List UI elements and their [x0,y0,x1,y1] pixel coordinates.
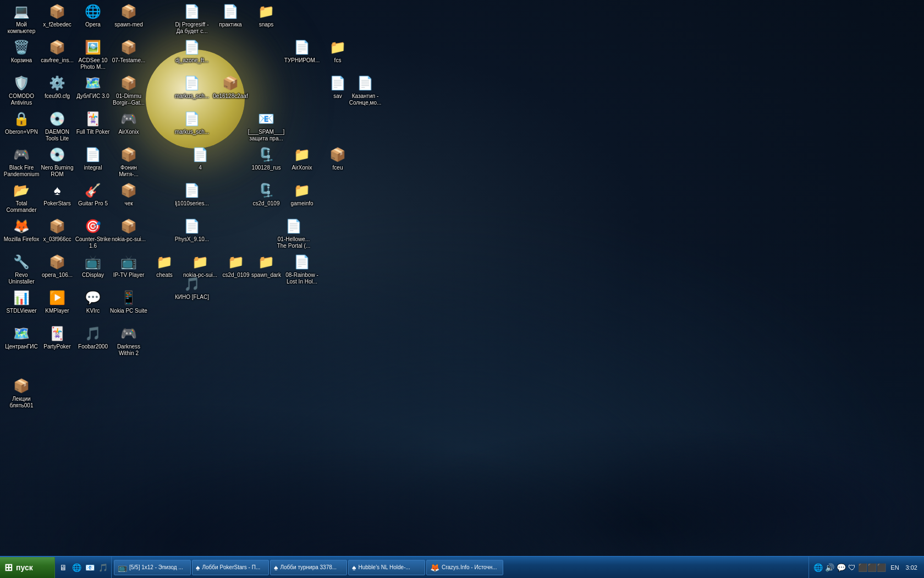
desktop-icon-spawn-med[interactable]: 📦spawn-med [110,3,147,28]
nero-burning-label: Nero Burning ROM [38,165,76,178]
desktop-icon-lj1010series[interactable]: 📄lj1010series... [173,182,211,207]
desktop-icon-01-dimmu[interactable]: 📦01-Dimmu Borgir--Gat... [110,74,147,106]
desktop-icon-guitar-pro-5[interactable]: 🎸Guitar Pro 5 [74,182,112,207]
desktop-icon-fcs[interactable]: 📁fcs [319,39,356,64]
desktop-icon-nokia-pc-suite[interactable]: 📱Nokia PC Suite [110,289,147,314]
desktop-icon-x_03f966cc[interactable]: 📦x_03f966cc [38,217,76,243]
desktop-icon-07-testame[interactable]: 📦07-Testame... [110,39,147,64]
start-button[interactable]: ⊞ пуск [0,557,55,578]
desktop-icon-daemon-tools[interactable]: 💿DAEMON Tools Lite [38,110,76,142]
desktop-icon-dublysgis[interactable]: 🗺️ДублГИС 3.0 [74,74,112,100]
desktop-icon-praktika[interactable]: 📄практика [212,3,249,28]
desktop-icon-lektsii[interactable]: 📦Лекции блять001 [3,377,40,409]
desktop-icon-markus_sch2[interactable]: 📄markus_sch... [173,110,211,135]
desktop-icon-num4[interactable]: 📄4 [182,146,219,171]
desktop-icon-darkness-within-2[interactable]: 🎮Darkness Within 2 [110,325,147,357]
desktop-icon-08-rainbow[interactable]: 📄08-Rainbow - Lost In Hol... [283,253,321,285]
taskbar-item-2[interactable]: ♠️Лобби турнира 3378... [270,560,347,575]
tray-sound-icon[interactable]: 🔊 [825,563,834,572]
black-fire-label: Black Fire Pandemonium [3,165,40,178]
taskbar-item-3[interactable]: ♠️Hubble's NL Holde-... [348,560,425,575]
desktop-icon-opera_106[interactable]: 📦opera_106... [38,253,76,279]
desktop-icon-nero-burning[interactable]: 💿Nero Burning ROM [38,146,76,178]
desktop-icon-markus_sch[interactable]: 📄markus_sch... [173,74,211,100]
desktop-icon-opera[interactable]: 🌐Opera [74,3,112,28]
desktop-icon-acdsee[interactable]: 🖼️ACDSee 10 Photo M... [74,39,112,70]
desktop-icon-dj-progresiff[interactable]: 📄Dj Progresiff - Да будет с... [173,3,211,35]
desktop-icon-kino-flac[interactable]: 🎵КИНО [FLAC] [173,275,211,301]
desktop-icon-pokerstars[interactable]: ♠️PokerStars [38,182,76,207]
desktop-icon-kmplayer[interactable]: ▶️KMPlayer [38,289,76,314]
desktop-icon-cs2d_0109[interactable]: 🗜️cs2d_0109 [248,182,285,207]
tray-network-icon[interactable]: 🌐 [813,563,823,572]
snaps-label: snaps [259,21,274,28]
dublysgis-label: ДублГИС 3.0 [76,93,109,100]
desktop-icon-my-computer[interactable]: 💻Мой компьютер [3,3,40,35]
desktop-icon-nokia-pc-sui[interactable]: 📦nokia-pc-sui... [110,217,147,243]
desktop-icon-cavfree_ins[interactable]: 📦cavfree_ins... [38,39,76,64]
desktop-icon-turnir[interactable]: 📄ТУРНИРОМ... [283,39,321,64]
desktop-icon-kazantip[interactable]: 📄Казантип - Солнце,мо... [346,74,384,106]
taskbar-item-1[interactable]: ♠️Лобби PokerStars - П... [192,560,269,575]
ql-show-desktop[interactable]: 🖥 [57,561,69,574]
desktop-icon-airxonix[interactable]: 🎮AirXonix [110,110,147,135]
praktika-icon: 📄 [222,3,239,20]
07-testame-icon: 📦 [120,39,138,56]
desktop-icon-counter-strike[interactable]: 🎯Counter-Strike 1.6 [74,217,112,249]
integral-icon: 📄 [84,146,102,163]
desktop-icon-black-fire[interactable]: 🎮Black Fire Pandemonium [3,146,40,178]
lj1010series-label: lj1010series... [175,200,209,207]
desktop-icon-fceu2[interactable]: 📦fceu [319,146,356,171]
tray-chat-icon[interactable]: 💬 [837,563,846,572]
desktop-icon-stdlviewer[interactable]: 📊STDLViewer [3,289,40,314]
taskbar-item-label-1: Лобби PokerStars - П... [202,564,260,570]
desktop-icon-mozilla-firefox[interactable]: 🦊Mozilla Firefox [3,217,40,243]
taskbar-item-4[interactable]: 🦊Crazys.Info - Источн... [426,560,503,575]
mozilla-firefox-icon: 🦊 [13,217,30,235]
desktop-icon-revo-uninstaller[interactable]: 🔧Revo Uninstaller [3,253,40,285]
desktop-icon-airxonix2[interactable]: 📁AirXonix [283,146,321,171]
desktop-icon-ip-tv-player[interactable]: 📺IP-TV Player [110,253,147,279]
foobar2000-icon: 🎵 [84,325,102,342]
desktop-icon-physx[interactable]: 📄PhysX_9.10... [173,217,211,243]
desktop-icon-100128_rus[interactable]: 🗜️100128_rus [248,146,285,171]
desktop-icon-chek[interactable]: 📦чек [110,182,147,207]
desktop-icon-x_f2ebedec[interactable]: 📦x_f2ebedec [38,3,76,28]
desktop-icon-cdisplay[interactable]: 📺CDisplay [74,253,112,279]
desktop-icon-snaps[interactable]: 📁snaps [248,3,285,28]
tray-antivirus-icon[interactable]: 🛡 [848,563,856,572]
dj-progresiff-icon: 📄 [183,3,201,20]
08-rainbow-icon: 📄 [293,253,311,271]
desktop-icon-total-commander[interactable]: 📂Total Commander [3,182,40,214]
desktop-icon-partypoker[interactable]: 🃏PartyPoker [38,325,76,350]
desktop-icon-spawn_dark[interactable]: 📁spawn_dark [248,253,285,279]
turnir-icon: 📄 [293,39,311,56]
desktop-icon-spam-zaschita[interactable]: 📧[___SPAM___] защита пра... [248,110,285,142]
tray-language[interactable]: EN [888,564,901,571]
ql-email[interactable]: 📧 [84,561,96,574]
desktop-icon-0e16128c2aaf[interactable]: 📦0e16128c2aaf [212,74,249,100]
desktop-icon-centralgis[interactable]: 🗺️ЦентранГИС [3,325,40,350]
desktop-icon-full-tilt-poker[interactable]: 🃏Full Tilt Poker [74,110,112,135]
desktop-icon-kvirc[interactable]: 💬KVIrc [74,289,112,314]
desktop-icon-oberon-vpn[interactable]: 🔒Oberon+VPN [3,110,40,135]
taskbar-item-0[interactable]: 📺[5/5] 1x12 - Эпизод ... [114,560,191,575]
desktop-icon-dj_azone_ft[interactable]: 📄dj_azone_ft... [173,39,211,64]
desktop-icon-korzina[interactable]: 🗑️Корзина [3,39,40,64]
desktop-icon-fonin-mitya[interactable]: 📦Фонин Митя-... [110,146,147,178]
spawn-med-label: spawn-med [114,21,143,28]
tray-clock[interactable]: 3:02 [904,564,920,571]
sav-icon: 📄 [329,74,346,92]
mozilla-firefox-label: Mozilla Firefox [4,236,39,243]
ql-media[interactable]: 🎵 [97,561,109,574]
ql-browser[interactable]: 🌐 [70,561,82,574]
desktop-icon-01-hellowe[interactable]: 📄01-Hellowe... The Portal (... [275,217,312,249]
desktop-icon-integral[interactable]: 📄integral [74,146,112,171]
taskbar-item-icon-0: 📺 [118,563,127,572]
desktop-icon-foobar2000[interactable]: 🎵Foobar2000 [74,325,112,350]
markus_sch-label: markus_sch... [175,93,209,100]
desktop-icon-gameinfo[interactable]: 📁gameinfo [283,182,321,207]
desktop-icon-comodo[interactable]: 🛡️COMODO Antivirus [3,74,40,106]
desktop-icon-fceu90cfg[interactable]: ⚙️fceu90.cfg [38,74,76,100]
daemon-tools-icon: 💿 [48,110,66,128]
